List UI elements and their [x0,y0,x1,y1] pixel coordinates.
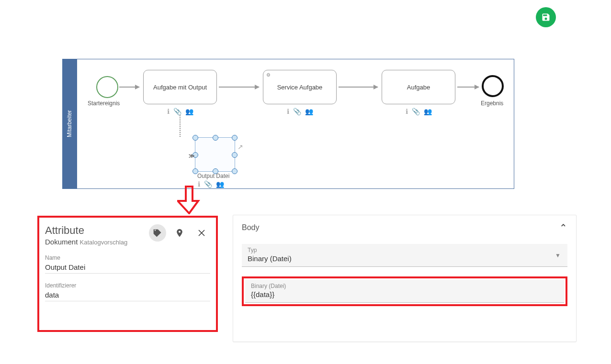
identifier-label: Identifizierer [45,282,210,289]
flow-arrow [219,87,259,88]
task-aufgabe-mit-output[interactable]: Aufgabe mit Output ℹ📎👥 [143,70,217,104]
task-label: Aufgabe mit Output [153,84,207,91]
data-object-icons: ℹ📎👥 [198,180,224,188]
save-button[interactable] [536,7,556,27]
annotation-arrow-icon [177,186,201,216]
name-field[interactable]: Output Datei [45,261,210,274]
data-association [180,115,181,137]
task-icons: ℹ📎👥 [287,108,313,115]
data-object-output-datei[interactable] [195,137,235,172]
swimlane-label: Mitarbeiter [62,59,77,189]
task-service-aufgabe[interactable]: Service Aufgabe ℹ📎👥 [263,70,337,104]
attributes-panel: Attribute Dokument Katalogvorschlag Name… [37,216,218,332]
task-icons: ℹ📎👥 [167,108,193,115]
task-label: Aufgabe [407,84,430,91]
flow-arrow [457,87,479,88]
type-select[interactable]: Typ Binary (Datei) ▼ [242,244,567,267]
attributes-subtitle-light: Katalogvorschlag [80,239,128,246]
flow-arrow [119,87,139,88]
end-event[interactable] [482,75,504,97]
flow-arrow [339,87,378,88]
tag-icon[interactable] [149,224,166,242]
bpmn-diagram: Mitarbeiter Startereignis Aufgabe mit Ou… [62,59,514,189]
binary-field-highlight: Binary (Datei) {{data}} [242,276,567,306]
body-panel: Body ⌃ Typ Binary (Datei) ▼ Binary (Date… [233,215,577,342]
binary-value: {{data}} [251,290,558,298]
start-event-label: Startereignis [88,100,120,107]
arrow-marker-icon: ≫ [189,153,195,159]
body-title: Body [242,223,259,232]
close-icon[interactable] [193,224,210,242]
binary-label: Binary (Datei) [251,283,558,289]
trend-icon: ↗ [238,143,243,151]
binary-field[interactable]: Binary (Datei) {{data}} [245,280,564,303]
task-aufgabe[interactable]: Aufgabe ℹ📎👥 [382,70,455,104]
chevron-down-icon: ▼ [555,252,561,259]
start-event[interactable] [96,76,118,98]
type-value: Binary (Datei) [248,254,562,263]
end-event-label: Ergebnis [481,100,503,107]
type-label: Typ [248,247,562,254]
task-icons: ℹ📎👥 [406,108,432,115]
swimlane-body[interactable]: Startereignis Aufgabe mit Output ℹ📎👥 Ser… [77,59,514,189]
task-label: Service Aufgabe [277,84,323,91]
attributes-title: Attribute [45,224,127,237]
chevron-up-icon[interactable]: ⌃ [559,222,567,233]
identifier-field[interactable]: data [45,289,210,301]
attributes-subtitle-main: Dokument [45,238,78,246]
location-icon[interactable] [171,224,188,242]
name-label: Name [45,254,210,261]
data-object-label: Output Datei [197,173,229,179]
